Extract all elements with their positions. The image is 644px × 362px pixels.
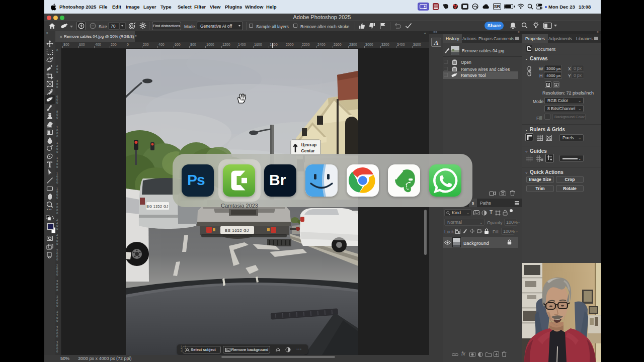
svg-text:BS 1652 GJ: BS 1652 GJ [225, 228, 249, 233]
svg-text:Центар: Центар [301, 142, 316, 147]
svg-text:BG 1352 GJ: BG 1352 GJ [146, 205, 169, 208]
svg-text:Centar: Centar [301, 148, 315, 153]
